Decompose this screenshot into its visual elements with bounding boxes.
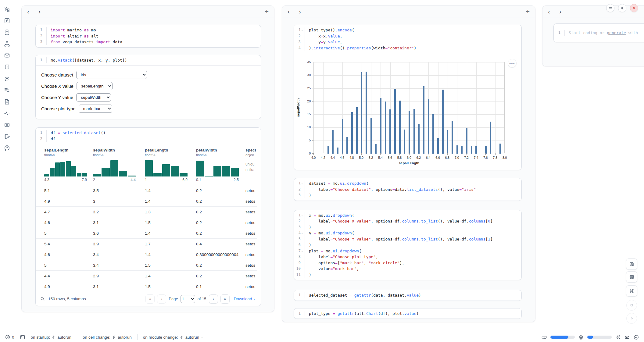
code-editor[interactable]: 1mo.vstack([dataset, x, y, plot]) [36,55,261,66]
column-histogram[interactable] [93,159,136,176]
cell-plot-type[interactable]: 1plot_type = getattr(alt.Chart(df), plot… [294,308,522,319]
code-editor[interactable]: 1import marimo as mo2import altair as al… [36,25,261,47]
data-sources-icon[interactable] [3,29,11,36]
code-editor[interactable]: 1plot_type = getattr(alt.Chart(df), plot… [294,308,521,319]
on-startup-setting[interactable]: on startup: autorun [31,335,72,340]
code-line[interactable]: 4⌄y = mo.ui.dropdown( [294,230,521,236]
column-histogram[interactable] [44,159,87,176]
cell-selected-dataset[interactable]: 1selected_dataset = getattr(data, datase… [294,290,522,301]
code-line[interactable]: 3) [294,224,521,230]
chart-bar[interactable] [466,128,467,154]
code-editor[interactable]: 1Start coding or generate with [554,24,644,42]
connection-status-icon[interactable] [633,334,639,340]
chevron-right-icon[interactable]: › [38,8,41,15]
keyboard-shortcuts-button[interactable] [626,285,637,297]
chart-bar[interactable] [394,89,396,154]
cell-vstack[interactable]: 1mo.vstack([dataset, x, y, plot]) Choose… [35,55,261,119]
code-line[interactable]: 9 options=["mark_bar", "mark_circle"], [294,260,521,266]
chart-bar[interactable] [327,146,329,154]
help-icon[interactable] [3,144,11,152]
column-header-petalWidth[interactable]: petalWidthfloat640.12.5 [196,148,239,182]
table-row[interactable]: 4.63.41.40.30000000000000004setos [36,249,257,260]
marimo-file-icon[interactable] [3,17,11,24]
ram-usage-meter[interactable] [550,336,575,339]
chevron-right-icon[interactable]: › [299,8,301,15]
search-icon[interactable] [40,296,45,301]
settings-button[interactable] [618,4,626,12]
last-page-button[interactable]: » [220,294,230,304]
code-line[interactable]: 1plot_type = getattr(alt.Chart(df), plot… [294,311,521,317]
tracing-icon[interactable] [3,110,11,117]
chart-bar[interactable] [337,148,338,154]
code-line[interactable]: 7⌄plot = mo.ui.dropdown( [294,248,521,254]
cell-xy-plot-dropdowns[interactable]: 1⌄x = mo.ui.dropdown(2 label="Choose X v… [294,210,522,280]
menu-button[interactable] [606,4,614,12]
chart-bar[interactable] [346,137,348,154]
chart-bar[interactable] [490,122,491,154]
chart-bar[interactable] [447,130,448,154]
code-line[interactable]: 1⌄dataset = mo.ui.dropdown( [294,180,521,187]
code-line[interactable]: 3from vega_datasets import data [36,39,261,45]
file-explorer-icon[interactable] [3,5,11,13]
chart-bar[interactable] [356,107,358,154]
code-line[interactable]: 2 label="Choose X value", options=df.col… [294,218,521,224]
choose-x-value-select[interactable]: sepalLength [77,82,113,90]
chart-bar[interactable] [366,72,367,154]
table-row[interactable]: 4.73.21.30.2setos [36,206,257,217]
code-line[interactable]: 2df [36,136,261,142]
chart-bar[interactable] [442,90,444,154]
plot-area[interactable] [313,62,505,153]
code-line[interactable]: 1import marimo as mo [36,27,261,33]
code-line[interactable]: 1selected_dataset = getattr(data, datase… [294,292,521,298]
code-line[interactable]: 3 y=y.value, [294,39,521,45]
table-row[interactable]: 4.93.11.50.1setos [36,281,257,292]
column-header-speci[interactable]: speciobjecuniqunulls: [245,148,256,173]
code-line[interactable]: 1df = selected_dataset() [36,130,261,136]
column-histogram[interactable] [145,159,188,176]
chart-menu-button[interactable]: ••• [508,59,517,68]
scratchpad-icon[interactable] [3,133,11,140]
chart-bar[interactable] [399,101,401,154]
code-line[interactable]: 8 label="Choose plot type", [294,254,521,260]
close-panel-button[interactable] [630,4,638,12]
cell-empty[interactable]: 1Start coding or generate with [553,23,644,42]
chart-bar[interactable] [409,111,410,154]
fold-chevron-icon[interactable]: ⌄ [301,212,304,219]
chart-bar[interactable] [413,109,415,154]
table-row[interactable]: 4.63.11.50.2setos [36,217,257,228]
chart-bar[interactable] [461,146,463,154]
chart-bar[interactable] [432,114,434,154]
chart-bar[interactable] [485,146,487,154]
chart-bar[interactable] [471,146,472,154]
save-button[interactable] [626,258,637,270]
page-select[interactable]: 1 [181,295,195,303]
stop-button[interactable] [626,300,637,311]
chart-bar[interactable] [389,109,391,154]
next-page-button[interactable]: › [209,294,218,304]
chart-bar[interactable] [428,99,429,154]
column-header-sepalWidth[interactable]: sepalWidthfloat6424.4 [93,148,136,182]
chart-bar[interactable] [375,144,377,154]
cell-plot[interactable]: 1⌄plot_type().encode(2 x=x.value,3 y=y.v… [294,25,522,170]
choose-y-value-select[interactable]: sepalWidth [76,93,111,102]
chart-bar[interactable] [423,86,424,154]
code-editor[interactable]: 1⌄x = mo.ui.dropdown(2 label="Choose X v… [294,210,521,280]
chart-bar[interactable] [452,121,453,154]
cell-imports[interactable]: 1import marimo as mo2import altair as al… [35,25,261,48]
on-module-change-setting[interactable]: on module change: autorun ⌄ [143,335,203,340]
code-line[interactable]: 1Start coding or generate with [554,30,644,36]
code-line[interactable]: 2 x=x.value, [294,33,521,39]
chart-bar[interactable] [351,112,353,154]
chart-bar[interactable] [499,144,501,154]
add-cell-button[interactable]: + [265,8,269,15]
copilot-icon[interactable] [624,334,630,340]
fold-chevron-icon[interactable]: ⌄ [301,27,304,33]
cell-dataset-dropdown[interactable]: 1⌄dataset = mo.ui.dropdown(2 label="Choo… [294,178,522,201]
column-histogram[interactable] [196,159,239,176]
packages-icon[interactable] [3,52,11,59]
code-line[interactable]: 1mo.vstack([dataset, x, y, plot]) [36,57,261,63]
code-line[interactable]: 2 label="Choose dataset", options=data.l… [294,187,521,193]
code-editor[interactable]: 1⌄plot_type().encode(2 x=x.value,3 y=y.v… [294,25,521,53]
dependency-graph-icon[interactable] [3,40,11,48]
code-line[interactable]: 10 value="mark_bar", [294,266,521,272]
